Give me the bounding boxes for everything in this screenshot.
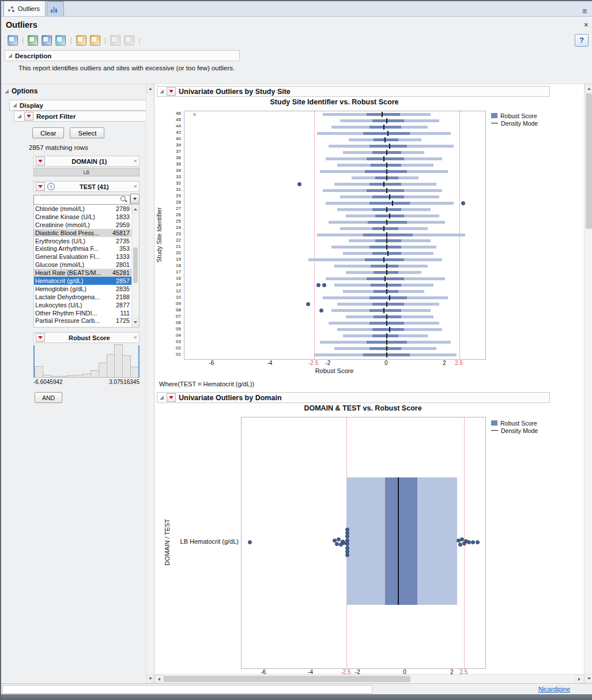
- test-list-item[interactable]: Glucose (mmol/L)2801: [34, 261, 131, 269]
- red-triangle-menu-icon[interactable]: [36, 182, 45, 191]
- iqr-bar[interactable]: [367, 189, 405, 192]
- iqr-bar[interactable]: [372, 195, 405, 198]
- iqr-bar[interactable]: [375, 239, 401, 242]
- options-scrollbar[interactable]: [146, 84, 154, 683]
- data-table-icon[interactable]: [26, 33, 40, 47]
- vertical-scrollbar[interactable]: [584, 84, 592, 683]
- test-list-item[interactable]: Hematocrit (g/dL)2857: [34, 277, 131, 285]
- test-list-item[interactable]: Hemoglobin (g/dL)2835: [34, 285, 131, 293]
- range-handle-max[interactable]: [138, 345, 139, 378]
- test-list-item[interactable]: Existing Arrhythmia F...353: [34, 244, 131, 253]
- description-header[interactable]: Description: [5, 50, 240, 61]
- outlier-point[interactable]: [461, 201, 465, 205]
- iqr-box[interactable]: [385, 477, 417, 605]
- iqr-bar[interactable]: [369, 202, 410, 205]
- plot-area[interactable]: [184, 111, 486, 360]
- select-button[interactable]: Select: [70, 127, 104, 138]
- iqr-bar[interactable]: [372, 328, 405, 331]
- notes-icon[interactable]: [88, 33, 102, 47]
- close-icon[interactable]: ×: [584, 21, 589, 29]
- scrollbar-thumb[interactable]: [586, 93, 592, 229]
- outlier-point[interactable]: [471, 540, 475, 544]
- tab-outliers[interactable]: Outliers: [3, 1, 46, 16]
- collapse-triangle-icon[interactable]: [13, 103, 17, 107]
- collapse-triangle-icon[interactable]: [5, 89, 9, 93]
- scrollbar-thumb[interactable]: [164, 676, 410, 682]
- iqr-bar[interactable]: [369, 145, 408, 148]
- collapse-triangle-icon[interactable]: [8, 54, 12, 58]
- test-list-item[interactable]: Lactate Dehydrogena...2188: [34, 293, 131, 301]
- options-header[interactable]: Options: [5, 87, 146, 95]
- outlier-point[interactable]: [297, 182, 301, 186]
- iqr-bar[interactable]: [367, 113, 400, 116]
- section-header-univariate-by-study-site[interactable]: Univariate Outliers by Study Site: [157, 86, 550, 97]
- iqr-bar[interactable]: [369, 309, 402, 312]
- iqr-bar[interactable]: [363, 234, 413, 236]
- test-list-item[interactable]: General Evaluation Fl...1333: [34, 253, 131, 261]
- and-button[interactable]: AND: [35, 392, 62, 403]
- iqr-bar[interactable]: [369, 126, 402, 129]
- test-list-item[interactable]: Leukocytes (U/L)2877: [34, 301, 131, 309]
- test-list-item[interactable]: Heart Rate (BEATS/M...45281: [34, 269, 131, 277]
- tab-chart[interactable]: [47, 1, 64, 16]
- search-options-dropdown[interactable]: [130, 194, 139, 204]
- outlier-point[interactable]: [460, 537, 464, 541]
- iqr-bar[interactable]: [365, 258, 404, 261]
- iqr-bar[interactable]: [374, 315, 401, 318]
- scroll-up-icon[interactable]: [146, 84, 154, 93]
- iqr-bar[interactable]: [372, 303, 405, 306]
- scroll-up-icon[interactable]: [585, 84, 592, 93]
- range-handle-min[interactable]: [33, 345, 35, 378]
- outlier-point[interactable]: [306, 302, 310, 306]
- window-list-icon[interactable]: ≣: [580, 6, 590, 16]
- outlier-point[interactable]: [319, 308, 323, 313]
- iqr-bar[interactable]: [369, 347, 402, 350]
- iqr-bar[interactable]: [369, 183, 402, 186]
- report-filter-header[interactable]: Report Filter: [14, 111, 146, 122]
- iqr-bar[interactable]: [372, 252, 401, 255]
- collapse-triangle-icon[interactable]: [160, 396, 164, 400]
- scroll-left-icon[interactable]: [154, 675, 164, 683]
- domain-selected-bar[interactable]: LB: [33, 168, 139, 176]
- test-list-scrollbar[interactable]: [131, 205, 139, 327]
- iqr-bar[interactable]: [374, 138, 398, 141]
- iqr-bar[interactable]: [372, 334, 398, 337]
- outlier-point[interactable]: [248, 540, 252, 544]
- red-triangle-menu-icon[interactable]: [167, 393, 176, 402]
- iqr-bar[interactable]: [372, 227, 398, 230]
- clear-button[interactable]: Clear: [32, 127, 64, 138]
- red-triangle-menu-icon[interactable]: [24, 112, 33, 121]
- section-header-univariate-by-domain[interactable]: Univariate Outliers by Domain: [157, 392, 550, 403]
- scroll-down-icon[interactable]: [132, 318, 139, 327]
- outlier-point[interactable]: [467, 540, 471, 544]
- iqr-bar[interactable]: [368, 221, 407, 224]
- test-list-item[interactable]: Chloride (mmol/L)2789: [34, 205, 131, 213]
- help-button[interactable]: ?: [575, 34, 589, 47]
- test-list-item[interactable]: Diastolic Blood Press...45817: [34, 229, 131, 237]
- close-icon[interactable]: ×: [134, 183, 137, 190]
- display-header[interactable]: Display: [9, 100, 146, 111]
- collapse-triangle-icon[interactable]: [17, 114, 21, 118]
- scroll-up-icon[interactable]: [132, 205, 139, 214]
- outlier-point[interactable]: [476, 540, 480, 544]
- annotate-icon[interactable]: [74, 33, 88, 47]
- red-triangle-menu-icon[interactable]: [36, 333, 45, 342]
- test-list-item[interactable]: Creatine Kinase (U/L)1833: [34, 213, 131, 221]
- scroll-right-icon[interactable]: [575, 675, 584, 683]
- red-triangle-menu-icon[interactable]: [36, 157, 45, 165]
- iqr-bar[interactable]: [372, 119, 405, 122]
- outlier-point[interactable]: [322, 283, 326, 287]
- study-link[interactable]: Nicardipine: [538, 686, 570, 693]
- test-list-item[interactable]: Erythrocytes (U/L)2735: [34, 237, 131, 245]
- iqr-bar[interactable]: [363, 132, 410, 135]
- scrollbar-thumb[interactable]: [133, 247, 138, 283]
- test-list-item[interactable]: Partial Pressure Carb...1725: [34, 317, 131, 325]
- scroll-down-icon[interactable]: [585, 674, 592, 683]
- summary-table-icon[interactable]: [40, 33, 54, 47]
- outlier-point[interactable]: [335, 542, 339, 546]
- test-list-item[interactable]: Other Rhythm FINDI...111: [34, 309, 131, 317]
- test-list-item[interactable]: Creatinine (mmol/L)2959: [34, 221, 131, 229]
- save-report-icon[interactable]: [6, 33, 20, 47]
- outlier-point[interactable]: [316, 283, 320, 287]
- extreme-point[interactable]: [193, 113, 196, 116]
